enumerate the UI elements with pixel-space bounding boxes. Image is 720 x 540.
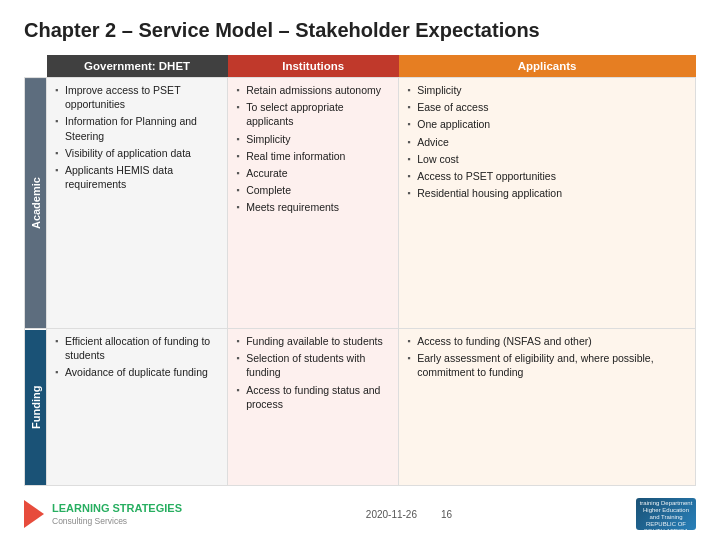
list-item: Access to funding (NSFAS and other) [407, 334, 687, 348]
list-item: Access to funding status and process [236, 383, 390, 411]
list-item: Visibility of application data [55, 146, 219, 160]
list-item: Selection of students with funding [236, 351, 390, 379]
cell-inst: Retain admissions autonomyTo select appr… [228, 78, 399, 329]
row-label-funding: Funding [25, 329, 47, 486]
list-item: Ease of access [407, 100, 687, 114]
footer-date: 2020-11-26 16 [366, 509, 452, 520]
list-item: Real time information [236, 149, 390, 163]
logo-text: LEARNING STRATEGIES Consulting Services [52, 502, 182, 525]
list-item: Improve access to PSET opportunities [55, 83, 219, 111]
page: Chapter 2 – Service Model – Stakeholder … [0, 0, 720, 540]
footer: LEARNING STRATEGIES Consulting Services … [24, 494, 696, 530]
table-row: AcademicImprove access to PSET opportuni… [25, 78, 696, 329]
list-item: Applicants HEMIS data requirements [55, 163, 219, 191]
list-item: Funding available to students [236, 334, 390, 348]
list-item: Access to PSET opportunities [407, 169, 687, 183]
dept-logo: higher education & training Department H… [636, 498, 696, 530]
page-number: 16 [441, 509, 452, 520]
dept-logo-text: higher education & training Department H… [636, 490, 696, 537]
header-gov: Government: DHET [47, 55, 228, 78]
stakeholder-table: Government: DHET Institutions Applicants… [24, 55, 696, 486]
date-label: 2020-11-26 [366, 509, 417, 520]
cell-appl: Access to funding (NSFAS and other)Early… [399, 329, 696, 486]
page-title: Chapter 2 – Service Model – Stakeholder … [24, 18, 696, 43]
list-item: Simplicity [407, 83, 687, 97]
cell-gov: Efficient allocation of funding to stude… [47, 329, 228, 486]
list-item: Avoidance of duplicate funding [55, 365, 219, 379]
list-item: Advice [407, 135, 687, 149]
list-item: Residential housing application [407, 186, 687, 200]
list-item: Simplicity [236, 132, 390, 146]
list-item: Retain admissions autonomy [236, 83, 390, 97]
cell-appl: SimplicityEase of accessOne applicationA… [399, 78, 696, 329]
table-row: FundingEfficient allocation of funding t… [25, 329, 696, 486]
list-item: Early assessment of eligibility and, whe… [407, 351, 687, 379]
header-appl: Applicants [399, 55, 696, 78]
logo-brand: LEARNING STRATEGIES [52, 502, 182, 515]
row-label-academic: Academic [25, 78, 47, 329]
dept-logo-section: higher education & training Department H… [636, 498, 696, 530]
list-item: Meets requirements [236, 200, 390, 214]
list-item: One application [407, 117, 687, 131]
list-item: Efficient allocation of funding to stude… [55, 334, 219, 362]
list-item: Complete [236, 183, 390, 197]
list-item: Information for Planning and Steering [55, 114, 219, 142]
logo-arrow-icon [24, 500, 44, 528]
logo-sub: Consulting Services [52, 516, 182, 526]
list-item: Low cost [407, 152, 687, 166]
logo-section: LEARNING STRATEGIES Consulting Services [24, 500, 182, 528]
header-inst: Institutions [228, 55, 399, 78]
list-item: To select appropriate applicants [236, 100, 390, 128]
cell-gov: Improve access to PSET opportunitiesInfo… [47, 78, 228, 329]
list-item: Accurate [236, 166, 390, 180]
cell-inst: Funding available to studentsSelection o… [228, 329, 399, 486]
